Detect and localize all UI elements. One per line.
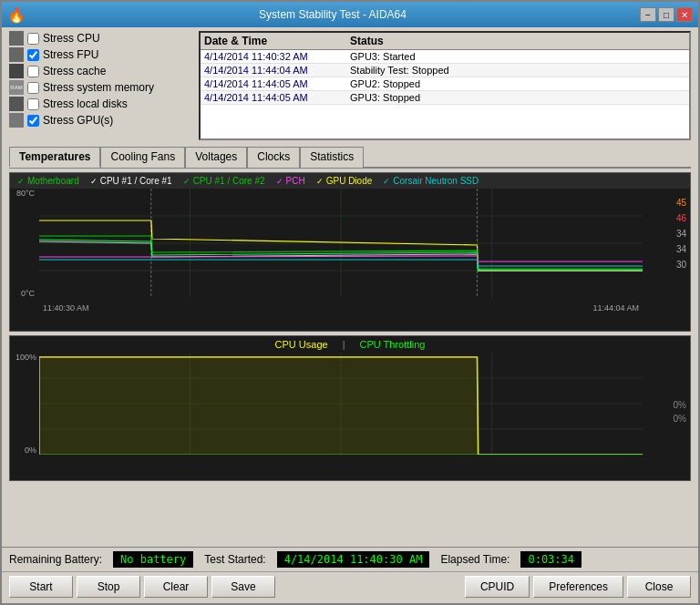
stress-gpu-row: Stress GPU(s) — [9, 113, 191, 128]
top-section: Stress CPU Stress FPU Stress cache RAM S… — [2, 27, 698, 144]
charts-area: ✓ Motherboard ✓ CPU #1 / Core #1 ✓ CPU #… — [2, 169, 698, 547]
cpu-chart-svg — [39, 353, 643, 455]
log-row: 4/14/2014 11:44:05 AM GPU2: Stopped — [201, 77, 689, 91]
log-time-3: 4/14/2014 11:44:05 AM — [204, 78, 350, 89]
right-buttons: CPUID Preferences Close — [465, 576, 691, 598]
temp-val-45: 45 — [676, 198, 686, 208]
cpu-x-axis — [39, 455, 643, 471]
temp-val-30: 30 — [676, 260, 686, 270]
cpu-y-max: 100% — [15, 353, 36, 362]
cpu-y-min: 0% — [25, 446, 36, 455]
title-bar-controls: − □ ✕ — [640, 7, 693, 22]
temperature-chart: ✓ Motherboard ✓ CPU #1 / Core #1 ✓ CPU #… — [9, 172, 691, 332]
main-window: 🔥 System Stability Test - AIDA64 − □ ✕ S… — [0, 0, 700, 605]
log-time-2: 4/14/2014 11:44:04 AM — [204, 65, 350, 76]
stress-fpu-label: Stress FPU — [43, 48, 98, 61]
title-bar-left: 🔥 — [7, 6, 26, 24]
memory-icon: RAM — [9, 80, 24, 95]
stress-cpu-row: Stress CPU — [9, 31, 191, 46]
log-status-2: Stability Test: Stopped — [350, 65, 685, 76]
cpu-usage-label: CPU Usage — [275, 339, 328, 350]
gpu-icon — [9, 113, 24, 128]
status-bar: Remaining Battery: No battery Test Start… — [2, 547, 698, 571]
cpu-right-values: 0% 0% — [674, 400, 686, 424]
legend-pch: ✓ PCH — [276, 176, 305, 186]
tab-cooling-fans[interactable]: Cooling Fans — [100, 147, 185, 168]
stop-button[interactable]: Stop — [77, 576, 140, 598]
temp-val-34a: 34 — [676, 229, 686, 239]
x-start: 11:40:30 AM — [43, 303, 89, 313]
stress-cache-checkbox[interactable] — [27, 66, 39, 77]
cpu-chart-body: 100% 0% — [10, 353, 690, 471]
save-button[interactable]: Save — [211, 576, 275, 598]
svg-marker-14 — [39, 357, 479, 455]
elapsed-label: Elapsed Time: — [440, 553, 510, 566]
legend-cpu1-label: CPU #1 / Core #1 — [100, 176, 172, 186]
temp-val-34b: 34 — [676, 244, 686, 254]
cpu-legend: CPU Usage | CPU Throttling — [10, 336, 690, 353]
close-window-button[interactable]: ✕ — [676, 7, 693, 22]
maximize-button[interactable]: □ — [658, 7, 674, 22]
stress-memory-checkbox[interactable] — [27, 82, 39, 94]
stress-cache-row: Stress cache — [9, 64, 191, 78]
stress-fpu-checkbox[interactable] — [27, 49, 39, 61]
log-status-3: GPU2: Stopped — [350, 78, 685, 89]
legend-motherboard: ✓ Motherboard — [17, 176, 79, 186]
y-min: 0°C — [21, 289, 35, 298]
cpu-chart: CPU Usage | CPU Throttling 100% 0% — [9, 335, 691, 481]
temp-x-axis: 11:40:30 AM 11:44:04 AM — [39, 300, 643, 316]
legend-cpu1: ✓ CPU #1 / Core #1 — [90, 176, 172, 186]
legend-motherboard-label: Motherboard — [27, 176, 79, 186]
log-header: Date & Time Status — [201, 33, 689, 50]
button-bar: Start Stop Clear Save CPUID Preferences … — [2, 571, 698, 603]
stress-disks-row: Stress local disks — [9, 97, 191, 111]
log-col-datetime: Date & Time — [204, 35, 350, 47]
temp-val-46: 46 — [676, 213, 686, 223]
test-started-value: 4/14/2014 11:40:30 AM — [277, 551, 430, 568]
tab-temperatures[interactable]: Temperatures — [9, 147, 100, 168]
stress-fpu-row: Stress FPU — [9, 47, 191, 62]
temp-right-values: 45 46 34 34 30 — [676, 198, 686, 270]
clear-button[interactable]: Clear — [144, 576, 208, 598]
tab-voltages[interactable]: Voltages — [185, 147, 247, 168]
start-button[interactable]: Start — [9, 576, 73, 598]
temp-y-axis: 80°C 0°C — [10, 189, 37, 298]
stress-cpu-label: Stress CPU — [43, 32, 100, 45]
temp-chart-legend: ✓ Motherboard ✓ CPU #1 / Core #1 ✓ CPU #… — [10, 173, 690, 189]
preferences-button[interactable]: Preferences — [533, 576, 623, 598]
tab-strip: Temperatures Cooling Fans Voltages Clock… — [9, 146, 691, 169]
tab-clocks[interactable]: Clocks — [247, 147, 300, 168]
minimize-button[interactable]: − — [640, 7, 656, 22]
cpu-icon — [9, 31, 24, 46]
y-max: 80°C — [16, 189, 35, 198]
stress-disks-checkbox[interactable] — [27, 98, 39, 110]
cpu-val-0b: 0% — [674, 414, 686, 424]
stress-gpu-checkbox[interactable] — [27, 115, 39, 127]
log-col-status: Status — [350, 35, 671, 47]
left-buttons: Start Stop Clear Save — [9, 576, 275, 598]
close-button[interactable]: Close — [627, 576, 691, 598]
legend-ssd-label: Corsair Neutron SSD — [393, 176, 479, 186]
log-panel: Date & Time Status 4/14/2014 11:40:32 AM… — [199, 31, 691, 140]
legend-cpu2: ✓ CPU #1 / Core #2 — [183, 176, 265, 186]
temp-chart-body: 80°C 0°C — [10, 189, 690, 316]
window-title: System Stability Test - AIDA64 — [26, 8, 640, 21]
log-time-4: 4/14/2014 11:44:05 AM — [204, 92, 350, 103]
log-row: 4/14/2014 11:44:04 AM Stability Test: St… — [201, 64, 689, 77]
battery-label: Remaining Battery: — [9, 553, 102, 566]
title-bar: 🔥 System Stability Test - AIDA64 − □ ✕ — [2, 2, 698, 27]
legend-gpu: ✓ GPU Diode — [316, 176, 373, 186]
app-icon: 🔥 — [7, 6, 26, 24]
stress-options-panel: Stress CPU Stress FPU Stress cache RAM S… — [9, 31, 191, 140]
legend-pch-label: PCH — [286, 176, 305, 186]
cpu-divider: | — [343, 339, 345, 350]
elapsed-value: 0:03:34 — [520, 551, 582, 568]
stress-cpu-checkbox[interactable] — [27, 33, 39, 45]
tab-statistics[interactable]: Statistics — [300, 147, 364, 168]
x-end: 11:44:04 AM — [592, 303, 639, 313]
log-status-4: GPU3: Stopped — [350, 92, 685, 103]
disk-icon — [9, 97, 24, 111]
stress-disks-label: Stress local disks — [43, 97, 128, 110]
cpuid-button[interactable]: CPUID — [465, 576, 530, 598]
log-row: 4/14/2014 11:40:32 AM GPU3: Started — [201, 50, 689, 64]
